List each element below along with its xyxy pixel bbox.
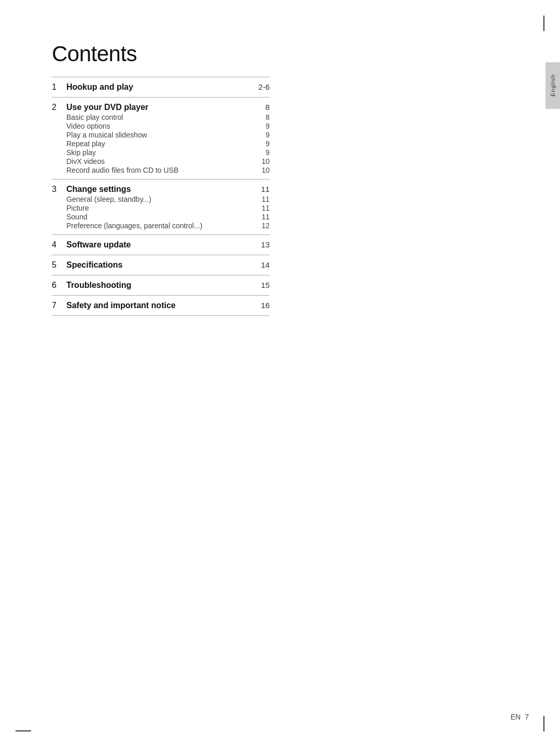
toc-section-number: 7 [52,301,62,310]
toc-section-number: 1 [52,82,62,92]
footer-language: EN [511,713,521,721]
toc-section: 2Use your DVD player8Basic play control8… [52,98,270,179]
toc-sub-row: Repeat play9 [52,140,270,148]
toc-sub-page: 10 [254,166,270,174]
toc-section-page: 8 [254,103,270,112]
toc-sub-title: Repeat play [66,140,254,148]
toc-section: 7Safety and important notice16 [52,296,270,315]
toc-sub-title: General (sleep, standby...) [66,195,254,203]
toc-main-row: 7Safety and important notice16 [52,301,270,310]
toc-sub-page: 11 [254,213,270,221]
toc-section-number: 5 [52,260,62,270]
toc-sub-title: Sound [66,213,254,221]
toc-sub-row: Picture11 [52,204,270,212]
toc-main-row: 6Troubleshooting15 [52,281,270,290]
toc-sub-page: 9 [254,131,270,139]
toc-sub-page: 9 [254,140,270,148]
toc-sub-row: Sound11 [52,213,270,221]
toc-section-page: 11 [254,185,270,193]
toc-section-page: 16 [254,301,270,310]
page-container: English Contents 1Hookup and play2-62Use… [0,0,560,747]
toc-sub-title: Basic play control [66,113,254,121]
toc-section-number: 6 [52,281,62,290]
corner-mark-bottom-right [543,716,544,731]
toc-sub-title: DivX videos [66,157,254,165]
toc-section-title: Troubleshooting [62,281,254,290]
toc-sub-row: Video options9 [52,122,270,130]
side-tab-label: English [550,74,556,96]
toc-section: 3Change settings11General (sleep, standb… [52,179,270,234]
toc-section-title: Change settings [62,185,254,194]
toc-sub-row: Play a musical slideshow9 [52,131,270,139]
toc-section-page: 15 [254,281,270,289]
toc-sub-row: Skip play9 [52,148,270,157]
toc-sub-row: General (sleep, standby...)11 [52,195,270,203]
page-title: Contents [52,42,270,66]
corner-mark-top [543,16,544,31]
toc-sub-title: Play a musical slideshow [66,131,254,139]
toc-sub-page: 11 [254,195,270,203]
toc-sub-title: Preference (languages, parental control.… [66,222,254,230]
toc-section-title: Safety and important notice [62,301,254,310]
toc-sub-title: Record audio files from CD to USB [66,166,254,174]
toc-section-number: 3 [52,185,62,194]
toc-sub-page: 9 [254,148,270,157]
corner-mark-bottom-left [16,730,31,731]
toc-section-title: Specifications [62,260,254,270]
footer: EN 7 [511,713,529,721]
toc-sub-title: Video options [66,122,254,130]
toc-section: 1Hookup and play2-6 [52,77,270,97]
toc-section: 5Specifications14 [52,255,270,275]
toc-sub-row: DivX videos10 [52,157,270,165]
toc-main-row: 2Use your DVD player8 [52,103,270,112]
toc-sub-page: 12 [254,222,270,230]
toc-sub-title: Skip play [66,148,254,157]
toc-section: 6Troubleshooting15 [52,275,270,295]
toc-main-row: 1Hookup and play2-6 [52,82,270,92]
toc-section-number: 4 [52,240,62,250]
toc-sub-page: 11 [254,204,270,212]
toc-sub-row: Basic play control8 [52,113,270,121]
toc-section: 4Software update13 [52,235,270,255]
toc-sub-page: 8 [254,113,270,121]
toc-sub-title: Picture [66,204,254,212]
toc-main-row: 3Change settings11 [52,185,270,194]
main-content: Contents 1Hookup and play2-62Use your DV… [52,42,270,316]
toc-section-number: 2 [52,103,62,112]
toc-section-page: 14 [254,260,270,269]
toc-section-title: Hookup and play [62,82,254,92]
toc-sub-page: 10 [254,157,270,165]
toc-section-title: Use your DVD player [62,103,254,112]
toc-main-row: 4Software update13 [52,240,270,250]
toc-sub-page: 9 [254,122,270,130]
toc-sub-row: Preference (languages, parental control.… [52,222,270,230]
toc-section-page: 13 [254,240,270,249]
toc-container: 1Hookup and play2-62Use your DVD player8… [52,77,270,316]
toc-section-title: Software update [62,240,254,250]
side-language-tab: English [545,62,560,109]
footer-page-number: 7 [525,713,529,721]
toc-main-row: 5Specifications14 [52,260,270,270]
toc-final-divider [52,315,270,316]
toc-section-page: 2-6 [254,82,270,91]
toc-sub-row: Record audio files from CD to USB10 [52,166,270,174]
